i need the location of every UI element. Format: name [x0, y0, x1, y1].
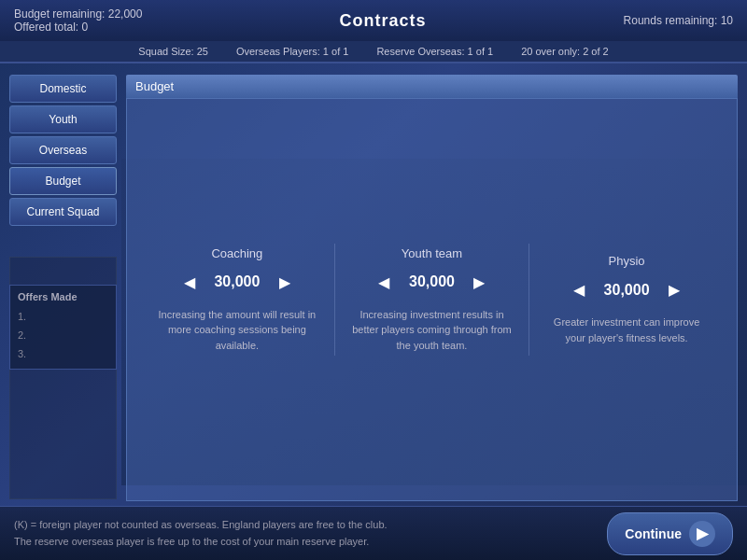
sidebar-item-overseas[interactable]: Overseas [9, 136, 117, 164]
coaching-decrease-button[interactable]: ◀ [179, 272, 200, 293]
offer-item-2: 2. [18, 327, 108, 345]
offers-title: Offers Made [18, 291, 108, 302]
coaching-increase-button[interactable]: ▶ [275, 272, 295, 293]
squad-size: Squad Size: 25 [138, 46, 208, 57]
coaching-title: Coaching [151, 246, 323, 260]
rounds-remaining: Rounds remaining: 10 [624, 14, 733, 27]
youth-team-value: 30,000 [403, 273, 459, 290]
youth-team-description: Increasing investment results in better … [346, 307, 518, 354]
continue-button[interactable]: Continue ▶ [607, 512, 733, 555]
offer-item-1: 1. [18, 308, 108, 327]
continue-label: Continue [625, 526, 682, 541]
budget-remaining: Budget remaining: 22,000 Offered total: … [14, 7, 142, 34]
youth-team-increase-button[interactable]: ▶ [469, 272, 489, 293]
sidebar-item-current-squad[interactable]: Current Squad [9, 198, 117, 226]
coaching-item: Coaching ◀ 30,000 ▶ Increasing the amoun… [151, 246, 323, 354]
budget-label: Budget remaining: 22,000 [14, 7, 142, 21]
offered-label: Offered total: 0 [14, 21, 142, 34]
header: Budget remaining: 22,000 Offered total: … [0, 0, 747, 63]
offer-item-3: 3. [18, 345, 108, 364]
physio-title: Physio [541, 254, 712, 268]
physio-item: Physio ◀ 30,000 ▶ Greater investment can… [541, 254, 712, 345]
youth-team-decrease-button[interactable]: ◀ [374, 272, 394, 293]
header-stats: Squad Size: 25 Overseas Players: 1 of 1 … [0, 41, 747, 62]
coaching-controls: ◀ 30,000 ▶ [151, 272, 323, 293]
continue-arrow-icon: ▶ [689, 521, 715, 547]
budget-panel: Coaching ◀ 30,000 ▶ Increasing the amoun… [126, 98, 738, 501]
divider-1 [334, 244, 335, 356]
youth-team-controls: ◀ 30,000 ▶ [346, 272, 518, 293]
footer-line2: The reserve overseas player is free up t… [14, 534, 388, 551]
offers-list: 1. 2. 3. [18, 308, 108, 363]
divider-2 [529, 244, 529, 356]
physio-controls: ◀ 30,000 ▶ [541, 279, 712, 301]
coaching-value: 30,000 [209, 273, 265, 290]
header-top: Budget remaining: 22,000 Offered total: … [0, 0, 747, 41]
physio-description: Greater investment can improve your play… [541, 315, 712, 345]
page-title: Contracts [142, 11, 623, 31]
physio-value: 30,000 [599, 282, 655, 299]
main-content: Budget Coaching ◀ 30,000 ▶ Increasing th… [126, 75, 738, 504]
physio-decrease-button[interactable]: ◀ [569, 279, 589, 301]
footer-line1: (K) = foreign player not counted as over… [14, 517, 388, 534]
sidebar-item-youth[interactable]: Youth [9, 105, 117, 133]
over-only: 20 over only: 2 of 2 [521, 46, 609, 57]
sidebar-item-domestic[interactable]: Domestic [9, 75, 117, 103]
youth-team-title: Youth team [346, 246, 518, 260]
youth-team-item: Youth team ◀ 30,000 ▶ Increasing investm… [346, 246, 518, 354]
coaching-description: Increasing the amount will result in mor… [151, 307, 323, 354]
sidebar-item-budget[interactable]: Budget [9, 167, 117, 195]
physio-increase-button[interactable]: ▶ [664, 279, 684, 301]
footer: (K) = foreign player not counted as over… [0, 506, 747, 560]
overseas-players: Overseas Players: 1 of 1 [236, 46, 348, 57]
section-header: Budget [126, 75, 738, 98]
reserve-overseas: Reserve Overseas: 1 of 1 [376, 46, 493, 57]
sidebar: Domestic Youth Overseas Budget Current S… [9, 75, 117, 229]
footer-text: (K) = foreign player not counted as over… [14, 517, 388, 550]
offers-panel: Offers Made 1. 2. 3. [9, 285, 117, 370]
